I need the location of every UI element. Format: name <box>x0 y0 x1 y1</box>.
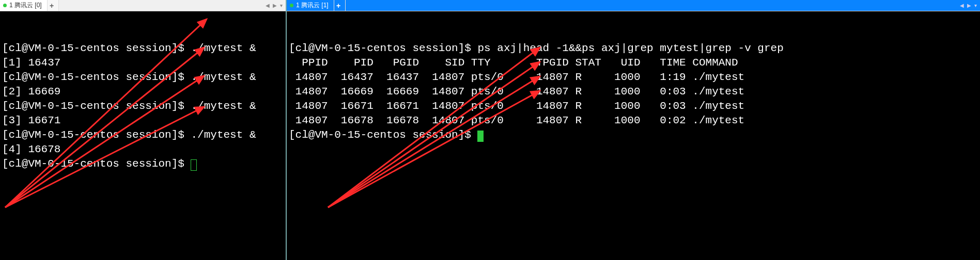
scroll-left-icon[interactable]: ◀ <box>266 3 270 8</box>
status-dot-icon <box>290 4 293 7</box>
ps-row: 14807 16671 16671 14807 pts/0 14807 R 10… <box>289 100 744 112</box>
tab-menu-icon[interactable]: ▾ <box>974 3 977 8</box>
command-text: ./mytest & <box>191 129 256 141</box>
right-pane: 1 腾讯云 [1] + ◀ ▶ ▾ [cl@VM-0-15-centos ses… <box>287 0 980 260</box>
tab-label: 1 腾讯云 [1] <box>296 1 329 10</box>
ps-row: 14807 16678 16678 14807 pts/0 14807 R 10… <box>289 115 744 126</box>
terminal-left[interactable]: [cl@VM-0-15-centos session]$ ./mytest & … <box>0 11 286 260</box>
job-response: [2] 16669 <box>2 86 60 98</box>
ps-header: PPID PID PGID SID TTY TPGID STAT UID TIM… <box>289 57 738 69</box>
command-text: ./mytest & <box>191 100 256 112</box>
command-text: ./mytest & <box>191 42 256 54</box>
tabbar-left: 1 腾讯云 [0] + ◀ ▶ ▾ <box>0 0 286 11</box>
cursor-icon <box>191 159 197 171</box>
cursor-icon <box>477 131 484 142</box>
tab-label: 1 腾讯云 [0] <box>9 1 42 10</box>
left-pane: 1 腾讯云 [0] + ◀ ▶ ▾ [cl@VM-0-15-centos ses… <box>0 0 287 260</box>
job-response: [4] 16678 <box>2 143 60 155</box>
tab-left-session[interactable]: 1 腾讯云 [0] <box>0 0 48 11</box>
command-text: ./mytest & <box>191 71 256 83</box>
job-response: [3] 16671 <box>2 115 60 126</box>
tab-right-session[interactable]: 1 腾讯云 [1] <box>287 0 334 11</box>
terminal-right[interactable]: [cl@VM-0-15-centos session]$ ps axj|head… <box>287 11 980 260</box>
prompt: [cl@VM-0-15-centos session]$ <box>289 42 477 54</box>
ps-row: 14807 16669 16669 14807 pts/0 14807 R 10… <box>289 86 744 98</box>
ps-row: 14807 16437 16437 14807 pts/0 14807 R 10… <box>289 71 744 83</box>
prompt: [cl@VM-0-15-centos session]$ <box>289 129 477 141</box>
status-dot-icon <box>3 4 7 7</box>
tabbar-controls: ◀ ▶ ▾ <box>960 0 980 11</box>
prompt: [cl@VM-0-15-centos session]$ <box>2 100 191 112</box>
prompt: [cl@VM-0-15-centos session]$ <box>2 129 191 141</box>
add-tab-button[interactable]: + <box>334 0 346 11</box>
job-response: [1] 16437 <box>2 57 60 69</box>
tabbar-controls: ◀ ▶ ▾ <box>266 0 286 11</box>
tab-menu-icon[interactable]: ▾ <box>280 3 283 8</box>
tabbar-right: 1 腾讯云 [1] + ◀ ▶ ▾ <box>287 0 980 11</box>
scroll-left-icon[interactable]: ◀ <box>960 3 964 8</box>
plus-icon: + <box>50 2 54 10</box>
prompt: [cl@VM-0-15-centos session]$ <box>2 158 191 170</box>
add-tab-button[interactable]: + <box>48 0 59 11</box>
scroll-right-icon[interactable]: ▶ <box>967 3 971 8</box>
command-text: ps axj|head -1&&ps axj|grep mytest|grep … <box>477 42 783 54</box>
plus-icon: + <box>336 2 340 10</box>
scroll-right-icon[interactable]: ▶ <box>273 3 277 8</box>
prompt: [cl@VM-0-15-centos session]$ <box>2 71 191 83</box>
prompt: [cl@VM-0-15-centos session]$ <box>2 42 191 54</box>
